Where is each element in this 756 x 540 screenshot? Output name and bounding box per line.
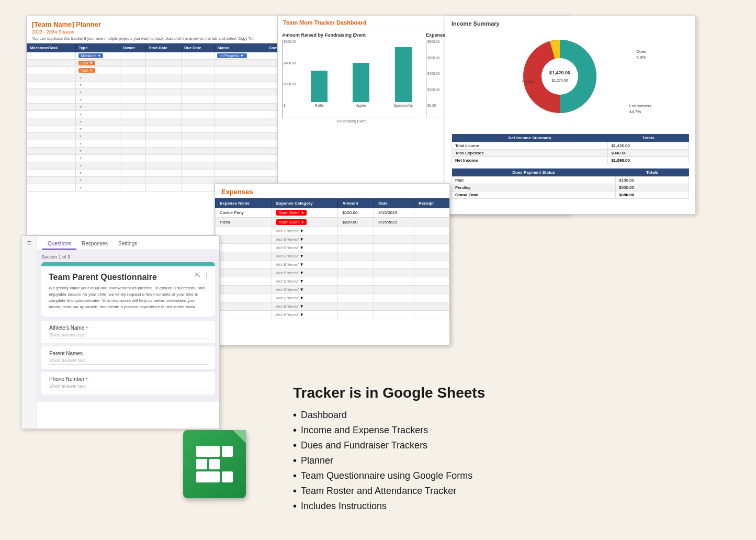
forms-tabs: Questions Responses Settings — [37, 236, 219, 250]
table-row: ▼ — [27, 89, 287, 96]
list-item: Team Roster and Attendance Tracker — [293, 483, 659, 499]
tab-settings[interactable]: Settings — [113, 239, 142, 250]
planner-table: Milestone/Task Type Owner Start Date Due… — [27, 43, 287, 192]
forms-sheet: ≡ Questions Responses Settings Section 1… — [21, 235, 220, 429]
sheets-cell — [222, 446, 233, 457]
field-placeholder-parent: Short answer text — [49, 358, 209, 365]
list-item: Dashboard — [293, 408, 659, 423]
income-sheet: Income Summary $1,420.00 $1,270.00 — [445, 16, 696, 215]
team-event-badge: Team Event ▼ — [276, 219, 307, 225]
resize-icon: ⇱ — [195, 272, 200, 279]
table-row: ▼ — [27, 82, 287, 89]
sheets-cell — [209, 459, 220, 470]
expenses-sheet: Expenses Expense Name Expense Category A… — [215, 183, 450, 345]
table-row: Paid $150.00 — [452, 177, 689, 184]
table-row: Pending $500.00 — [452, 184, 689, 192]
net-income-table: Net Income Summary Totals Total Income $… — [452, 134, 689, 164]
table-row: Net Income $1,080.00 — [452, 157, 689, 164]
expense-row-pizza: Pizza Team Event ▼ $220.00 8/15/2023 — [216, 218, 449, 227]
table-row: ▼ — [27, 133, 287, 140]
forms-body: Section 1 of 3 ⇱ ⋮ Team Parent Questionn… — [37, 250, 219, 402]
forms-description: We greatly value your input and involvem… — [49, 285, 208, 310]
table-row: Total Income $1,420.00 — [452, 142, 689, 150]
main-container: [Team Name] Planner 2023 - 2024 Season Y… — [0, 0, 756, 540]
more-icon: ⋮ — [204, 272, 210, 279]
table-row: Grand Total $650.00 — [452, 192, 689, 199]
table-row: Task ▼ — [27, 60, 287, 67]
svg-point-1 — [541, 58, 578, 95]
feature-list: Dashboard Income and Expense Trackers Du… — [293, 408, 659, 514]
fundraising-chart-title: Amount Raised by Fundraising Event — [282, 32, 422, 38]
bar-sponsorship — [395, 47, 412, 102]
field-placeholder-phone: Short answer text — [49, 384, 209, 390]
fundraising-x-label: Fundraising Event — [282, 119, 422, 123]
table-row: ▼ — [27, 140, 287, 148]
dues-header-1: Dues Payment Status — [452, 168, 616, 177]
planner-title: [Team Name] Planner — [27, 16, 287, 29]
list-item: Team Questionnaire using Google Forms — [293, 468, 659, 483]
pie-chart-container: $1,420.00 $1,270.00 50.0% Dues5.3% Fundr… — [518, 35, 623, 129]
table-row: ▼ — [27, 74, 287, 82]
net-income-header-1: Net Income Summary — [452, 134, 608, 142]
table-row: ▼ — [27, 148, 287, 155]
income-title: Income Summary — [445, 16, 695, 29]
table-row: Task ▼ — [27, 67, 287, 74]
feature-title: Tracker is in Google Sheets — [293, 385, 659, 401]
forms-header-icons: ⇱ ⋮ — [195, 272, 210, 279]
table-row: ▼ — [27, 118, 287, 126]
sheets-cell — [196, 459, 207, 470]
svg-text:$1,420.00: $1,420.00 — [549, 70, 570, 75]
dues-header-2: Totals — [616, 168, 689, 177]
expense-row-empty: Not Entered ▼ — [216, 235, 449, 244]
forms-sidebar-icon: ≡ — [27, 239, 31, 247]
sheets-icon — [183, 430, 246, 498]
planner-col-task: Milestone/Task — [27, 44, 76, 52]
expense-row-empty: Not Entered ▼ — [216, 252, 449, 261]
exp-col-name: Expense Name — [216, 199, 272, 208]
feature-section: Tracker is in Google Sheets Dashboard In… — [293, 385, 659, 514]
expense-row-empty: Not Entered ▼ — [216, 286, 449, 294]
forms-field-phone: Phone Number * Short answer text — [41, 372, 215, 395]
dues-table: Dues Payment Status Totals Paid $150.00 … — [452, 168, 689, 199]
list-item: Planner — [293, 453, 659, 468]
list-item: Dues and Fundraiser Trackers — [293, 438, 659, 453]
forms-sidebar: ≡ — [21, 236, 37, 429]
field-label-phone: Phone Number — [49, 376, 86, 382]
expense-row-empty: Not Entered ▼ — [216, 302, 449, 311]
svg-text:$1,270.00: $1,270.00 — [551, 78, 568, 82]
tab-questions[interactable]: Questions — [42, 239, 76, 250]
exp-col-category: Expense Category — [272, 199, 338, 208]
forms-field-parent-names: Parent Names Short answer text — [41, 346, 215, 369]
pie-label-left: 50.0% — [522, 80, 534, 84]
required-star-phone: * — [86, 377, 88, 382]
forms-header-card: ⇱ ⋮ Team Parent Questionnaire We greatly… — [41, 262, 215, 317]
field-label-parent: Parent Names — [49, 351, 83, 356]
table-row: ▼ — [27, 126, 287, 133]
sheets-grid — [196, 446, 233, 482]
planner-col-type: Type — [76, 44, 120, 52]
sheets-cell — [222, 471, 233, 482]
net-income-header-2: Totals — [608, 134, 689, 142]
exp-col-receipt: Receipt — [414, 199, 449, 208]
table-row: Milestone ▼ In Progress ▼ — [27, 52, 287, 60]
expense-row-empty: Not Entered ▼ — [216, 311, 449, 319]
table-row: Total Expenses $340.00 — [452, 150, 689, 157]
exp-col-amount: Amount — [338, 199, 374, 208]
required-star: * — [86, 325, 88, 331]
planner-note: You can duplicate this tracker if you ha… — [27, 36, 287, 43]
list-item: Income and Expense Trackers — [293, 423, 659, 438]
sheets-icon-container — [183, 430, 251, 498]
tab-responses[interactable]: Responses — [76, 239, 113, 250]
planner-col-start: Start Date — [146, 44, 182, 52]
pie-chart-svg: $1,420.00 $1,270.00 — [518, 35, 602, 118]
pie-label-fundraisers: Fundraisers44.7% — [629, 103, 651, 115]
forms-field-athletes-name: Athlete's Name * Short answer text — [41, 321, 215, 343]
income-tables: Net Income Summary Totals Total Income $… — [445, 134, 695, 199]
expense-row-empty: Not Entered ▼ — [216, 261, 449, 269]
field-placeholder-athletes: Short answer text — [49, 332, 209, 339]
expenses-title: Expenses — [215, 184, 449, 198]
sheets-cell — [196, 471, 220, 482]
expense-row-empty: Not Entered ▼ — [216, 227, 449, 235]
forms-main: Questions Responses Settings Section 1 o… — [37, 236, 219, 402]
fundraising-chart: Amount Raised by Fundraising Event $600.… — [282, 32, 422, 123]
